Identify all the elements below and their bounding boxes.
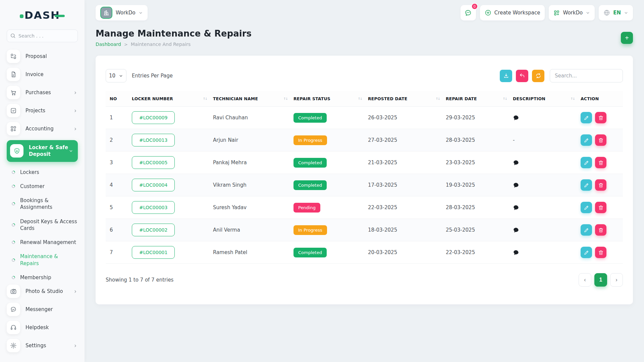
- add-record-button[interactable]: +: [621, 32, 633, 44]
- delete-button[interactable]: [595, 134, 606, 146]
- reset-button[interactable]: [516, 70, 528, 82]
- breadcrumb-dashboard-link[interactable]: Dashboard: [96, 42, 121, 47]
- comment-icon[interactable]: [513, 204, 573, 211]
- edit-button[interactable]: [581, 157, 592, 168]
- delete-button[interactable]: [595, 112, 606, 123]
- sidebar-search-input[interactable]: [7, 29, 78, 42]
- column-header-repair-date[interactable]: REPAIR DATE↑↓: [442, 91, 509, 107]
- ring-icon: [11, 170, 16, 175]
- sidebar-item-projects[interactable]: Projects›: [7, 104, 78, 117]
- column-header-technician-name[interactable]: TECHNICIAN NAME↑↓: [209, 91, 289, 107]
- table-footer: Showing 1 to 7 of 7 entries ‹1›: [106, 273, 623, 287]
- search-icon: [10, 33, 16, 39]
- cell-repair-date: 28-03-2025: [442, 196, 509, 219]
- sidebar-item-purchases[interactable]: Purchases›: [7, 86, 78, 99]
- refresh-button[interactable]: [532, 70, 544, 82]
- row-actions: [581, 247, 619, 258]
- sidebar-item-photo-studio[interactable]: Photo & Studio›: [7, 285, 78, 298]
- logo-dash-icon: [55, 15, 65, 17]
- cell-description: [509, 241, 577, 264]
- locker-number-pill[interactable]: #LOC00002: [132, 224, 175, 236]
- workspace-selector[interactable]: WorkDo: [96, 5, 148, 20]
- sidebar-subitem-label: Renewal Management: [20, 239, 76, 246]
- comment-icon[interactable]: [513, 115, 573, 121]
- locker-number-pill[interactable]: #LOC00001: [132, 246, 175, 259]
- sidebar-subitem-deposit-keys-access-cards[interactable]: Deposit Keys & Access Cards: [7, 215, 78, 236]
- locker-number-pill[interactable]: #LOC00009: [132, 111, 175, 124]
- workdo-menu[interactable]: WorkDo: [549, 5, 595, 20]
- next-page-button[interactable]: ›: [610, 273, 623, 287]
- sidebar-item-settings[interactable]: Settings›: [7, 339, 78, 352]
- locker-number-pill[interactable]: #LOC00003: [132, 201, 175, 214]
- page-number-button[interactable]: 1: [594, 273, 607, 287]
- cell-action: [577, 129, 623, 152]
- projects-icon: [7, 104, 20, 117]
- create-workspace-button[interactable]: Create Workspace: [480, 5, 545, 20]
- sidebar-item-invoice[interactable]: Invoice: [7, 68, 78, 81]
- table-row: 6#LOC00002Anil VermaIn Progress18-03-202…: [106, 219, 623, 241]
- chevron-down-icon: [119, 74, 123, 78]
- edit-button[interactable]: [581, 202, 592, 213]
- delete-button[interactable]: [595, 224, 606, 236]
- sidebar-item-label: Purchases: [25, 89, 74, 96]
- delete-button[interactable]: [595, 179, 606, 191]
- delete-button[interactable]: [595, 202, 606, 213]
- edit-button[interactable]: [581, 112, 592, 123]
- ring-icon: [11, 240, 16, 245]
- sidebar-item-label: Projects: [25, 108, 74, 114]
- chevron-down-icon: [586, 11, 590, 15]
- sidebar-item-messenger[interactable]: Messenger: [7, 303, 78, 316]
- proposal-icon: [7, 50, 20, 63]
- column-header-description[interactable]: DESCRIPTION↑↓: [509, 91, 577, 107]
- locker-number-pill[interactable]: #LOC00013: [132, 134, 175, 146]
- description-empty: -: [513, 137, 515, 143]
- edit-button[interactable]: [581, 134, 592, 146]
- messages-button[interactable]: 0: [461, 5, 476, 20]
- edit-button[interactable]: [581, 179, 592, 191]
- cell-reposted-date: 17-03-2025: [364, 174, 442, 196]
- entries-per-page-select[interactable]: 10: [106, 69, 126, 82]
- edit-button[interactable]: [581, 247, 592, 258]
- status-badge: Completed: [293, 158, 327, 168]
- locker-number-pill[interactable]: #LOC00004: [132, 179, 175, 191]
- delete-button[interactable]: [595, 157, 606, 168]
- chevron-right-icon: ›: [74, 342, 76, 349]
- cell-technician-name: Anil Verma: [209, 219, 289, 241]
- sidebar-subitem-renewal-management[interactable]: Renewal Management: [7, 235, 78, 249]
- sidebar-item-locker-safe-deposit[interactable]: Locker & Safe Deposit: [7, 140, 78, 162]
- sidebar-subitem-bookings-assignments[interactable]: Bookings & Assignments: [7, 193, 78, 215]
- cell-description: [509, 152, 577, 174]
- comment-icon[interactable]: [513, 249, 573, 256]
- column-header-locker-number[interactable]: LOCKER NUMBER↑↓: [128, 91, 209, 107]
- sidebar-subitem-customer[interactable]: Customer: [7, 179, 78, 193]
- sidebar-item-helpdesk[interactable]: Helpdesk: [7, 321, 78, 334]
- cell-repair-status: In Progress: [289, 129, 364, 152]
- cell-description: [509, 196, 577, 219]
- delete-button[interactable]: [595, 247, 606, 258]
- comment-icon[interactable]: [513, 182, 573, 188]
- language-selector[interactable]: EN: [599, 5, 633, 20]
- column-header-no: NO: [106, 91, 128, 107]
- sort-icon: ↑↓: [570, 97, 575, 101]
- sidebar-item-accounting[interactable]: Accounting›: [7, 122, 78, 135]
- sidebar-subitem-lockers[interactable]: Lockers: [7, 165, 78, 179]
- locker-number-pill[interactable]: #LOC00005: [132, 156, 175, 169]
- column-header-repair-status[interactable]: REPAIR STATUS↑↓: [289, 91, 364, 107]
- table-search-input[interactable]: [550, 69, 623, 82]
- sidebar-subitem-maintenance-repairs[interactable]: Maintenance & Repairs: [7, 249, 78, 270]
- table-toolbar: 10 Entries Per Page: [106, 69, 623, 82]
- cell-locker-number: #LOC00009: [128, 107, 209, 129]
- prev-page-button[interactable]: ‹: [579, 273, 591, 287]
- table-row: 4#LOC00004Vikram SinghCompleted17-03-202…: [106, 174, 623, 196]
- sidebar-subitem-membership[interactable]: Membership: [7, 270, 78, 285]
- export-download-button[interactable]: [500, 70, 512, 82]
- accounting-icon: [7, 122, 20, 135]
- status-badge: Pending: [293, 203, 320, 213]
- column-header-reposted-date[interactable]: REPOSTED DATE↑↓: [364, 91, 442, 107]
- comment-icon[interactable]: [513, 227, 573, 233]
- comment-icon[interactable]: [513, 160, 573, 166]
- edit-button[interactable]: [581, 224, 592, 236]
- sidebar-subitem-label: Membership: [20, 274, 51, 281]
- sidebar-item-proposal[interactable]: Proposal: [7, 50, 78, 63]
- chevron-right-icon: ›: [74, 107, 76, 114]
